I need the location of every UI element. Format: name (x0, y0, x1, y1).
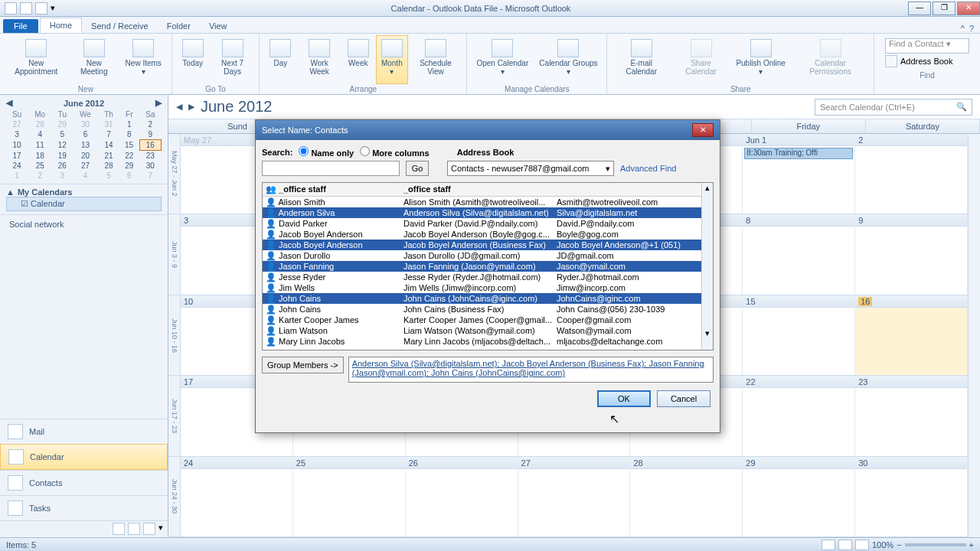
mini-cal-grid[interactable]: SuMoTuWeThFrSa 2728293031123456789101112… (6, 109, 162, 181)
contact-row[interactable]: 👤 Jacob Boyel AndersonJacob Boyel Anders… (263, 229, 713, 240)
address-book-select[interactable]: Contacts - newuser7887@gmail.com▾ (447, 161, 614, 176)
view-reading-icon[interactable] (855, 540, 869, 550)
day-cell[interactable]: 24 (181, 457, 293, 536)
contact-row[interactable]: 👤 John CainsJohn Cains (Business Fax)Joh… (263, 304, 713, 315)
view-tab[interactable]: View (200, 19, 237, 33)
contact-row[interactable]: 👤 Mary Linn JacobsMary Linn Jacobs (mlja… (263, 336, 713, 347)
nav-mail[interactable]: Mail (0, 419, 168, 444)
next7days-button[interactable]: Next 7 Days (211, 35, 255, 84)
nav-configure-icon[interactable]: ▾ (158, 523, 163, 536)
group-members-box[interactable]: Anderson Silva (Silva@digitalslam.net); … (348, 357, 714, 383)
contact-row[interactable]: 👤 Jacob Boyel AndersonJacob Boyel Anders… (263, 240, 713, 250)
nav-contacts[interactable]: Contacts (0, 470, 168, 495)
day-view-button[interactable]: Day (264, 35, 296, 84)
contact-row[interactable]: 👤 John CainsJohn Cains (JohnCains@iginc.… (263, 293, 713, 304)
dialog-close-button[interactable]: ✕ (692, 123, 714, 137)
calendar-item[interactable]: ☑ Calendar (6, 197, 162, 211)
day-cell[interactable]: 22 (743, 376, 855, 455)
month-view-button[interactable]: Month ▾ (376, 35, 408, 84)
cal-prev[interactable]: ◀ (176, 102, 182, 112)
day-cell[interactable]: 16 (855, 295, 968, 375)
email-calendar-button[interactable]: E-mail Calendar (612, 35, 671, 84)
nav-tasks[interactable]: Tasks (0, 495, 168, 520)
help-icon[interactable]: ? (969, 24, 974, 33)
week-label[interactable]: Jun 10 - 16 (168, 295, 181, 375)
social-network-item[interactable]: Social network (6, 218, 162, 230)
share-calendar-button[interactable]: Share Calendar (672, 35, 730, 84)
minimize-ribbon-icon[interactable]: ^ (961, 24, 965, 33)
contact-row[interactable]: 👤 Jason DurolloJason Durollo (JD@gmail.c… (263, 250, 713, 261)
contact-row[interactable]: 👤 Anderson SilvaAnderson Silva (Silva@di… (263, 207, 713, 218)
new-meeting-button[interactable]: New Meeting (70, 35, 119, 84)
my-calendars-header[interactable]: ▲ My Calendars (6, 187, 162, 197)
calendar-event[interactable]: 8:30am Training; Offi (744, 148, 853, 159)
open-calendar-button[interactable]: Open Calendar ▾ (472, 35, 533, 84)
calendar-groups-button[interactable]: Calendar Groups ▾ (534, 35, 602, 84)
today-button[interactable]: Today (177, 35, 209, 84)
sendreceive-tab[interactable]: Send / Receive (82, 19, 158, 33)
publish-online-button[interactable]: Publish Online ▾ (731, 35, 790, 84)
calendar-scrollbar[interactable] (968, 134, 980, 537)
mini-cal-prev[interactable]: ◀ (6, 98, 12, 108)
day-cell[interactable]: 23 (855, 376, 968, 455)
day-cell[interactable]: 15 (743, 295, 855, 375)
zoom-in-button[interactable]: + (969, 540, 974, 549)
contact-row[interactable]: 👤 Karter Cooper JamesKarter Cooper James… (263, 315, 713, 325)
search-calendar-input[interactable]: Search Calendar (Ctrl+E) 🔍 (815, 99, 972, 116)
contact-row[interactable]: 👤 David ParkerDavid Parker (David.P@ndai… (263, 218, 713, 229)
week-label[interactable]: Jun 3 - 9 (168, 214, 181, 294)
contact-row[interactable]: 👤 Jim WellsJim Wells (Jimw@incorp.com)Ji… (263, 282, 713, 293)
minimize-button[interactable]: — (908, 2, 931, 15)
contact-list-scrollbar[interactable]: ▴ ▾ (701, 183, 713, 350)
day-cell[interactable]: 25 (293, 457, 406, 536)
day-cell[interactable]: Jun 18:30am Training; Offi (743, 134, 855, 214)
contact-row[interactable]: 👤 Jesse RyderJesse Ryder (Ryder.J@hotmai… (263, 272, 713, 282)
week-label[interactable]: Jun 24 - 30 (168, 457, 181, 536)
mini-cal-next[interactable]: ▶ (155, 98, 162, 108)
contact-row[interactable]: 👤 Jason FanningJason Fanning (Jason@ymai… (263, 261, 713, 272)
schedule-view-button[interactable]: Schedule View (410, 35, 462, 84)
week-label[interactable]: May 27 - Jun 2 (168, 134, 181, 214)
view-list-icon[interactable] (838, 540, 852, 550)
contact-row[interactable]: 👤 Liam WatsonLiam Watson (Watson@ymail.c… (263, 325, 713, 336)
search-input[interactable] (262, 161, 400, 176)
day-cell[interactable]: 29 (743, 457, 855, 536)
cal-next[interactable]: ▶ (188, 102, 194, 112)
day-cell[interactable]: 8 (743, 214, 855, 294)
zoom-out-button[interactable]: − (897, 540, 901, 549)
file-tab[interactable]: File (3, 19, 38, 33)
day-cell[interactable]: 30 (855, 457, 968, 536)
folder-tab[interactable]: Folder (158, 19, 200, 33)
day-cell[interactable]: 9 (855, 214, 968, 294)
ok-button[interactable]: OK (597, 390, 651, 407)
home-tab[interactable]: Home (40, 18, 82, 33)
day-cell[interactable]: 28 (630, 457, 743, 536)
new-items-button[interactable]: New Items ▾ (120, 35, 167, 84)
week-view-button[interactable]: Week (342, 35, 374, 84)
group-members-button[interactable]: Group Members -> (262, 357, 344, 373)
maximize-button[interactable]: ❐ (933, 2, 956, 15)
go-button[interactable]: Go (406, 161, 429, 176)
contact-row[interactable]: 👤 Alison SmithAlison Smith (Asmith@twotr… (263, 197, 713, 207)
view-normal-icon[interactable] (822, 540, 835, 550)
name-only-radio[interactable]: Name only (299, 146, 354, 158)
nav-calendar[interactable]: Calendar (0, 444, 168, 470)
advanced-find-link[interactable]: Advanced Find (620, 164, 676, 173)
day-cell[interactable]: 2 (855, 134, 968, 214)
contact-list[interactable]: 👥 _office staff _office staff 👤 Alison S… (262, 182, 714, 350)
find-contact-input[interactable]: Find a Contact ▾ (885, 38, 969, 54)
close-button[interactable]: ✕ (957, 2, 980, 15)
nav-options-icon[interactable] (143, 523, 155, 535)
week-label[interactable]: Jun 17 - 23 (168, 376, 181, 455)
nav-folder-icon[interactable] (128, 523, 140, 535)
cancel-button[interactable]: Cancel (657, 390, 710, 407)
day-cell[interactable]: 26 (406, 457, 518, 536)
zoom-slider[interactable] (905, 543, 966, 546)
day-cell[interactable]: 27 (518, 457, 631, 536)
address-book-button[interactable]: Address Book (885, 55, 969, 67)
workweek-view-button[interactable]: Work Week (298, 35, 340, 84)
more-columns-radio[interactable]: More columns (360, 146, 430, 158)
nav-shortcut-icon[interactable] (113, 523, 125, 535)
qat-save-icon[interactable] (20, 2, 32, 15)
dialog-titlebar[interactable]: Select Name: Contacts ✕ (256, 120, 720, 140)
